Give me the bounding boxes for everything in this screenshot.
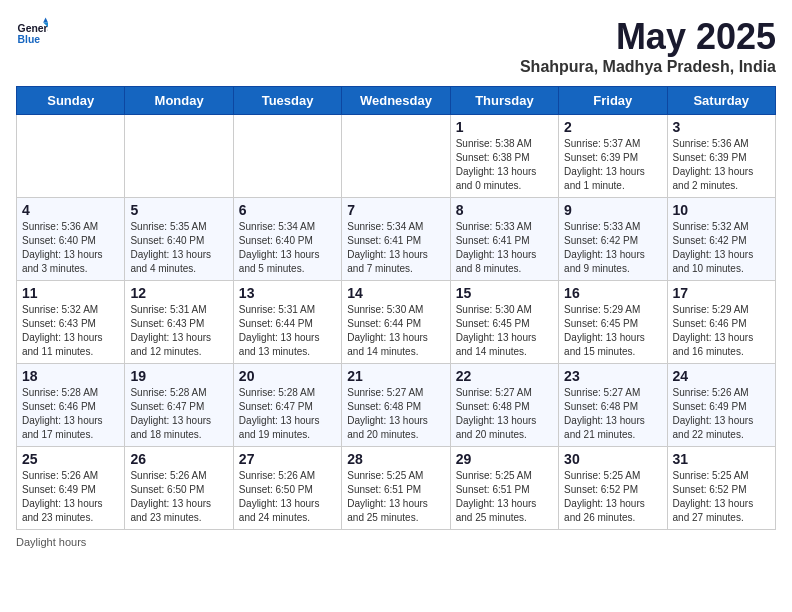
day-header-thursday: Thursday — [450, 87, 558, 115]
week-row-3: 11Sunrise: 5:32 AM Sunset: 6:43 PM Dayli… — [17, 281, 776, 364]
calendar-cell — [17, 115, 125, 198]
cell-date: 28 — [347, 451, 444, 467]
cell-info: Sunrise: 5:26 AM Sunset: 6:49 PM Dayligh… — [22, 469, 119, 525]
logo-icon: General Blue — [16, 16, 48, 48]
cell-info: Sunrise: 5:30 AM Sunset: 6:44 PM Dayligh… — [347, 303, 444, 359]
cell-date: 31 — [673, 451, 770, 467]
calendar-cell: 1Sunrise: 5:38 AM Sunset: 6:38 PM Daylig… — [450, 115, 558, 198]
cell-info: Sunrise: 5:25 AM Sunset: 6:51 PM Dayligh… — [456, 469, 553, 525]
cell-info: Sunrise: 5:26 AM Sunset: 6:50 PM Dayligh… — [239, 469, 336, 525]
cell-date: 21 — [347, 368, 444, 384]
cell-date: 22 — [456, 368, 553, 384]
header: General Blue May 2025 Shahpura, Madhya P… — [16, 16, 776, 76]
svg-text:Blue: Blue — [18, 34, 41, 45]
cell-date: 5 — [130, 202, 227, 218]
cell-date: 27 — [239, 451, 336, 467]
calendar-cell: 26Sunrise: 5:26 AM Sunset: 6:50 PM Dayli… — [125, 447, 233, 530]
calendar-cell: 30Sunrise: 5:25 AM Sunset: 6:52 PM Dayli… — [559, 447, 667, 530]
cell-info: Sunrise: 5:27 AM Sunset: 6:48 PM Dayligh… — [564, 386, 661, 442]
calendar-cell: 23Sunrise: 5:27 AM Sunset: 6:48 PM Dayli… — [559, 364, 667, 447]
cell-date: 8 — [456, 202, 553, 218]
cell-info: Sunrise: 5:27 AM Sunset: 6:48 PM Dayligh… — [347, 386, 444, 442]
cell-date: 2 — [564, 119, 661, 135]
calendar-cell: 6Sunrise: 5:34 AM Sunset: 6:40 PM Daylig… — [233, 198, 341, 281]
calendar-cell: 21Sunrise: 5:27 AM Sunset: 6:48 PM Dayli… — [342, 364, 450, 447]
calendar-cell: 9Sunrise: 5:33 AM Sunset: 6:42 PM Daylig… — [559, 198, 667, 281]
cell-date: 12 — [130, 285, 227, 301]
calendar-cell — [342, 115, 450, 198]
cell-date: 16 — [564, 285, 661, 301]
cell-date: 1 — [456, 119, 553, 135]
calendar-cell: 7Sunrise: 5:34 AM Sunset: 6:41 PM Daylig… — [342, 198, 450, 281]
calendar-cell: 19Sunrise: 5:28 AM Sunset: 6:47 PM Dayli… — [125, 364, 233, 447]
calendar-cell: 25Sunrise: 5:26 AM Sunset: 6:49 PM Dayli… — [17, 447, 125, 530]
cell-date: 14 — [347, 285, 444, 301]
cell-info: Sunrise: 5:36 AM Sunset: 6:39 PM Dayligh… — [673, 137, 770, 193]
svg-text:General: General — [18, 23, 48, 34]
cell-info: Sunrise: 5:35 AM Sunset: 6:40 PM Dayligh… — [130, 220, 227, 276]
cell-date: 4 — [22, 202, 119, 218]
calendar-cell: 15Sunrise: 5:30 AM Sunset: 6:45 PM Dayli… — [450, 281, 558, 364]
cell-info: Sunrise: 5:37 AM Sunset: 6:39 PM Dayligh… — [564, 137, 661, 193]
cell-info: Sunrise: 5:25 AM Sunset: 6:52 PM Dayligh… — [673, 469, 770, 525]
cell-date: 25 — [22, 451, 119, 467]
daylight-hours-label: Daylight hours — [16, 536, 86, 548]
cell-info: Sunrise: 5:26 AM Sunset: 6:49 PM Dayligh… — [673, 386, 770, 442]
cell-info: Sunrise: 5:32 AM Sunset: 6:43 PM Dayligh… — [22, 303, 119, 359]
calendar-body: 1Sunrise: 5:38 AM Sunset: 6:38 PM Daylig… — [17, 115, 776, 530]
day-header-saturday: Saturday — [667, 87, 775, 115]
calendar-cell: 28Sunrise: 5:25 AM Sunset: 6:51 PM Dayli… — [342, 447, 450, 530]
week-row-4: 18Sunrise: 5:28 AM Sunset: 6:46 PM Dayli… — [17, 364, 776, 447]
cell-date: 20 — [239, 368, 336, 384]
day-header-sunday: Sunday — [17, 87, 125, 115]
cell-date: 26 — [130, 451, 227, 467]
week-row-1: 1Sunrise: 5:38 AM Sunset: 6:38 PM Daylig… — [17, 115, 776, 198]
svg-marker-2 — [43, 18, 48, 23]
day-header-wednesday: Wednesday — [342, 87, 450, 115]
cell-date: 10 — [673, 202, 770, 218]
calendar-cell: 8Sunrise: 5:33 AM Sunset: 6:41 PM Daylig… — [450, 198, 558, 281]
cell-date: 29 — [456, 451, 553, 467]
cell-info: Sunrise: 5:28 AM Sunset: 6:47 PM Dayligh… — [130, 386, 227, 442]
cell-date: 9 — [564, 202, 661, 218]
calendar-cell: 4Sunrise: 5:36 AM Sunset: 6:40 PM Daylig… — [17, 198, 125, 281]
calendar-cell: 12Sunrise: 5:31 AM Sunset: 6:43 PM Dayli… — [125, 281, 233, 364]
days-header-row: SundayMondayTuesdayWednesdayThursdayFrid… — [17, 87, 776, 115]
cell-info: Sunrise: 5:34 AM Sunset: 6:40 PM Dayligh… — [239, 220, 336, 276]
cell-info: Sunrise: 5:25 AM Sunset: 6:51 PM Dayligh… — [347, 469, 444, 525]
calendar-cell: 18Sunrise: 5:28 AM Sunset: 6:46 PM Dayli… — [17, 364, 125, 447]
cell-info: Sunrise: 5:27 AM Sunset: 6:48 PM Dayligh… — [456, 386, 553, 442]
cell-date: 11 — [22, 285, 119, 301]
cell-info: Sunrise: 5:34 AM Sunset: 6:41 PM Dayligh… — [347, 220, 444, 276]
calendar-cell: 14Sunrise: 5:30 AM Sunset: 6:44 PM Dayli… — [342, 281, 450, 364]
calendar-cell: 10Sunrise: 5:32 AM Sunset: 6:42 PM Dayli… — [667, 198, 775, 281]
calendar-cell: 22Sunrise: 5:27 AM Sunset: 6:48 PM Dayli… — [450, 364, 558, 447]
cell-date: 30 — [564, 451, 661, 467]
cell-info: Sunrise: 5:33 AM Sunset: 6:42 PM Dayligh… — [564, 220, 661, 276]
calendar-cell: 17Sunrise: 5:29 AM Sunset: 6:46 PM Dayli… — [667, 281, 775, 364]
cell-date: 19 — [130, 368, 227, 384]
cell-date: 17 — [673, 285, 770, 301]
calendar-table: SundayMondayTuesdayWednesdayThursdayFrid… — [16, 86, 776, 530]
week-row-5: 25Sunrise: 5:26 AM Sunset: 6:49 PM Dayli… — [17, 447, 776, 530]
cell-info: Sunrise: 5:32 AM Sunset: 6:42 PM Dayligh… — [673, 220, 770, 276]
cell-info: Sunrise: 5:33 AM Sunset: 6:41 PM Dayligh… — [456, 220, 553, 276]
cell-info: Sunrise: 5:25 AM Sunset: 6:52 PM Dayligh… — [564, 469, 661, 525]
cell-info: Sunrise: 5:29 AM Sunset: 6:46 PM Dayligh… — [673, 303, 770, 359]
cell-info: Sunrise: 5:38 AM Sunset: 6:38 PM Dayligh… — [456, 137, 553, 193]
cell-info: Sunrise: 5:28 AM Sunset: 6:46 PM Dayligh… — [22, 386, 119, 442]
cell-date: 3 — [673, 119, 770, 135]
logo: General Blue — [16, 16, 48, 48]
calendar-cell: 11Sunrise: 5:32 AM Sunset: 6:43 PM Dayli… — [17, 281, 125, 364]
month-title: May 2025 — [520, 16, 776, 58]
cell-date: 18 — [22, 368, 119, 384]
cell-info: Sunrise: 5:31 AM Sunset: 6:44 PM Dayligh… — [239, 303, 336, 359]
cell-info: Sunrise: 5:29 AM Sunset: 6:45 PM Dayligh… — [564, 303, 661, 359]
day-header-tuesday: Tuesday — [233, 87, 341, 115]
cell-info: Sunrise: 5:36 AM Sunset: 6:40 PM Dayligh… — [22, 220, 119, 276]
week-row-2: 4Sunrise: 5:36 AM Sunset: 6:40 PM Daylig… — [17, 198, 776, 281]
calendar-cell: 24Sunrise: 5:26 AM Sunset: 6:49 PM Dayli… — [667, 364, 775, 447]
calendar-cell: 13Sunrise: 5:31 AM Sunset: 6:44 PM Dayli… — [233, 281, 341, 364]
cell-date: 6 — [239, 202, 336, 218]
cell-info: Sunrise: 5:28 AM Sunset: 6:47 PM Dayligh… — [239, 386, 336, 442]
